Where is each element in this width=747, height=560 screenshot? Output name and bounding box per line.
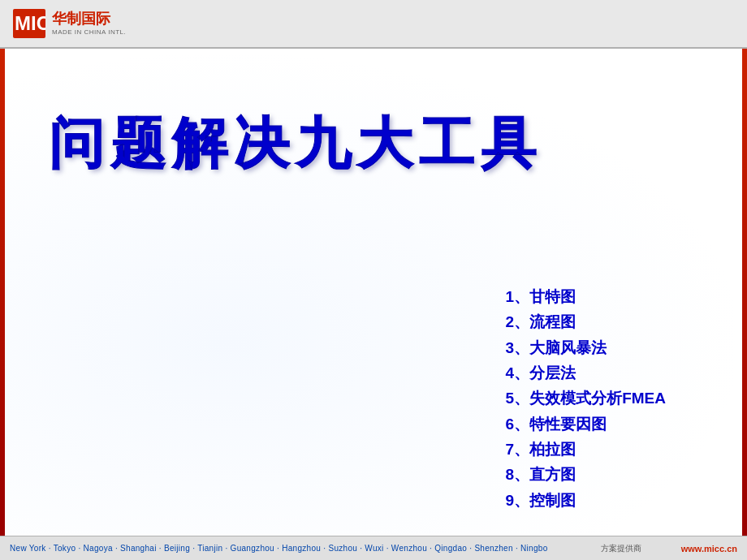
logo-main-text: 华制国际 xyxy=(52,11,126,28)
list-item: 9、控制图 xyxy=(506,488,666,513)
list-item: 7、柏拉图 xyxy=(506,437,666,462)
provider-text: 方案提供商 xyxy=(601,543,641,554)
main-title-area: 问题解决九大工具 xyxy=(49,114,698,174)
left-accent-bar xyxy=(0,49,5,536)
logo-text: 华制国际 MADE IN CHINA INTL. xyxy=(52,11,126,36)
list-item: 8、直方图 xyxy=(506,462,666,487)
right-accent-bar xyxy=(742,49,747,536)
list-item: 2、流程图 xyxy=(506,309,666,334)
cities-text: New York · Tokyo · Nagoya · Shanghai · B… xyxy=(10,544,548,553)
tools-list: 1、甘特图2、流程图3、大脑风暴法4、分层法5、失效模式分析FMEA6、特性要因… xyxy=(506,284,666,513)
logo-area: MICI 华制国际 MADE IN CHINA INTL. xyxy=(13,9,126,38)
list-item: 4、分层法 xyxy=(506,360,666,386)
list-item: 6、特性要因图 xyxy=(506,411,666,437)
top-bar: MICI 华制国际 MADE IN CHINA INTL. xyxy=(0,0,747,49)
main-title: 问题解决九大工具 xyxy=(49,114,698,174)
list-item: 3、大脑风暴法 xyxy=(506,335,666,360)
logo-icon: MICI xyxy=(13,9,45,38)
list-item: 5、失效模式分析FMEA xyxy=(506,386,666,411)
slide-container: MICI 华制国际 MADE IN CHINA INTL. 问题解决九大工具 1… xyxy=(0,0,747,560)
svg-text:MICI: MICI xyxy=(15,12,45,34)
list-item: 1、甘特图 xyxy=(506,284,666,309)
logo-sub-text: MADE IN CHINA INTL. xyxy=(52,28,126,37)
bottom-bar: New York · Tokyo · Nagoya · Shanghai · B… xyxy=(0,536,747,560)
website-text: www.micc.cn xyxy=(681,544,737,554)
slide-content: 问题解决九大工具 1、甘特图2、流程图3、大脑风暴法4、分层法5、失效模式分析F… xyxy=(0,49,747,536)
